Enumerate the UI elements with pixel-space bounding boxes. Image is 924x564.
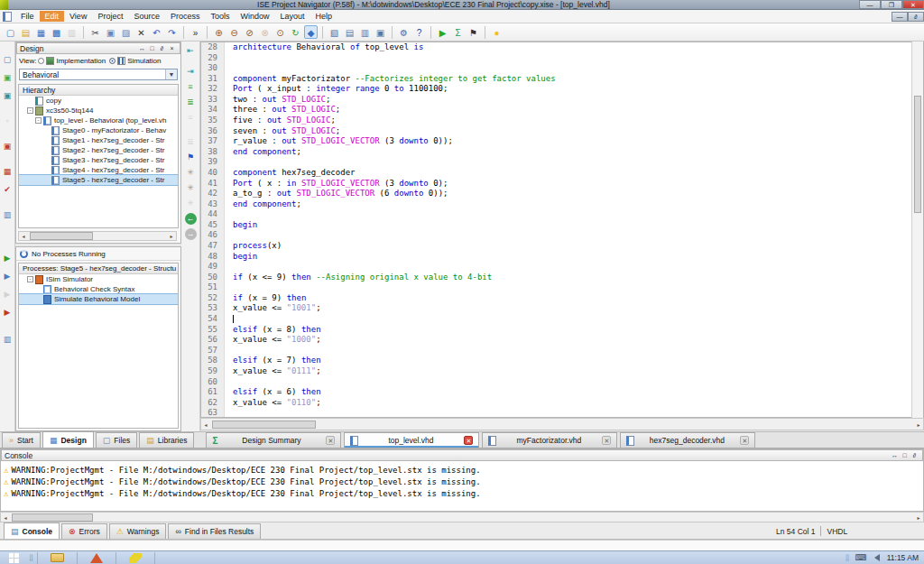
console-tab-find-in-files-results[interactable]: ∞Find in Files Results [168,523,261,539]
open-file-icon[interactable]: ▤ [19,25,32,39]
menu-item-file[interactable]: File [15,11,40,22]
zoom-previous-icon[interactable]: ⊙ [273,25,287,39]
tab-close-icon[interactable]: ✕ [464,436,473,445]
menu-item-process[interactable]: Process [165,11,206,22]
hierarchy-item-7[interactable]: Stage4 - hex7seg_decoder - Str [19,165,178,175]
hierarchy-item-1[interactable]: -xc3s50-5tq144 [19,106,178,116]
add-copy-of-source-icon[interactable]: ▣ [2,90,14,102]
add-source-icon[interactable]: ▣ [2,72,14,84]
restore-windows-icon[interactable]: ▣ [374,25,387,39]
panel-close-icon[interactable]: × [167,45,177,51]
hierarchy-item-4[interactable]: Stage1 - hex7seg_decoder - Str [19,135,178,145]
process-item-0[interactable]: -ISim Simulator [19,274,178,284]
console-hscrollbar[interactable]: ◂ ▸ [0,512,924,522]
tile-horizontally-icon[interactable]: ▤ [343,25,356,39]
matlab-icon[interactable] [90,553,103,563]
speaker-icon[interactable] [874,554,880,561]
menu-item-project[interactable]: Project [92,11,128,22]
lightbulb-icon[interactable]: ● [490,25,504,39]
collapse-icon[interactable]: - [27,107,33,114]
menu-item-edit[interactable]: Edit [40,11,65,22]
hierarchy-item-8[interactable]: Stage5 - hex7seg_decoder - Str [19,175,178,185]
save-icon[interactable]: ▦ [34,25,48,39]
tab-files[interactable]: ▢Files [96,432,137,448]
tab-design[interactable]: ▦Design [42,431,94,448]
implementation-radio[interactable] [38,58,44,64]
toggle-bookmark-icon[interactable]: ⚑ [185,152,197,163]
zoom-selection-icon[interactable]: ⊘ [243,25,256,39]
new-file-icon[interactable]: ▢ [4,25,17,39]
hierarchy-item-0[interactable]: copy [19,96,178,106]
scroll-left-icon[interactable]: ◂ [19,233,28,239]
collapse-icon[interactable]: - [35,117,42,124]
document-tab-design-summary[interactable]: ΣDesign Summary✕ [206,432,341,448]
find-next-wand-icon[interactable]: ✳ [185,182,197,194]
design-tree-hscroll-thumb[interactable] [30,232,93,240]
restore-button[interactable]: ❐ [881,0,902,9]
check-source-icon[interactable]: ✔ [2,184,14,196]
editor-vscrollbar[interactable] [911,42,923,418]
refresh-view-icon[interactable]: ↻ [289,25,302,39]
child-document-icon[interactable] [3,12,12,22]
code-editor[interactable]: 28architecture Behavioral of top_level i… [200,42,924,418]
menu-item-help[interactable]: Help [310,11,338,22]
console-tab-errors[interactable]: ⊗Errors [61,523,107,539]
panel-dock-icon[interactable]: □ [147,45,157,51]
console-tab-console[interactable]: ▤Console [4,522,60,539]
tab-start[interactable]: »Start [2,432,41,448]
design-properties-icon[interactable]: ▦ [2,166,14,178]
redo-icon[interactable]: ↷ [165,25,179,39]
document-tab-myfactorizator-vhd[interactable]: myFactorizator.vhd✕ [482,432,617,448]
new-source-icon[interactable]: ▢ [2,54,14,66]
tab-libraries[interactable]: ▤Libraries [139,432,194,448]
save-all-icon[interactable]: ▩ [50,25,63,39]
design-tree-hscrollbar[interactable]: ◂ ▸ [18,231,177,241]
start-button[interactable] [9,553,19,563]
remove-source-icon[interactable]: ▣ [2,141,14,153]
menu-item-source[interactable]: Source [128,11,165,22]
show-columns-icon[interactable]: ▥ [2,209,14,221]
simulation-radio[interactable] [109,58,116,64]
menu-item-view[interactable]: View [64,11,92,22]
scroll-right-icon[interactable]: ▸ [167,233,176,239]
process-columns-icon[interactable]: ▥ [2,334,14,346]
run-process-icon[interactable]: ▶ [2,253,14,264]
comment-lines-icon[interactable]: ≡ [185,81,197,93]
panel-pin-icon[interactable]: ∂ [157,45,167,51]
editor-scroll-left-icon[interactable]: ◂ [201,421,210,428]
pan-tool-icon[interactable]: ◆ [304,25,318,39]
child-restore-button[interactable]: ∂ [908,12,924,22]
console-pin-icon[interactable]: ∂ [910,452,919,458]
rerun-process-icon[interactable]: ▶ [2,271,14,282]
next-bookmark-icon[interactable]: ⇥ [185,66,197,78]
editor-hscrollbar[interactable]: ◂ ▸ [200,418,924,430]
delete-icon[interactable]: ✕ [134,25,148,39]
file-explorer-icon[interactable] [51,553,64,562]
zoom-out-icon[interactable]: ⊖ [227,25,241,39]
toolbar-overflow-chevron-icon[interactable]: » [189,25,202,39]
editor-hscroll-thumb[interactable] [212,421,316,429]
run-icon[interactable]: ▶ [436,25,449,39]
document-tab-top_level-vhd[interactable]: top_level.vhd✕ [344,432,479,448]
copy-icon[interactable]: ▣ [104,25,117,39]
console-scroll-right-icon[interactable]: ▸ [914,514,923,521]
console-dock-icon[interactable]: □ [900,452,910,458]
close-button[interactable]: ✕ [902,0,924,9]
console-scroll-left-icon[interactable]: ◂ [1,514,10,521]
console-log[interactable]: ⚠WARNING:ProjectMgmt - File M:/dotwindow… [1,461,923,511]
console-float-icon[interactable]: ↔ [890,452,900,458]
editor-scroll-right-icon[interactable]: ▸ [914,421,923,428]
panel-float-icon[interactable]: ↔ [137,45,147,51]
cascade-windows-icon[interactable]: ▧ [328,25,341,39]
tab-close-icon[interactable]: ✕ [602,436,611,445]
minimize-button[interactable]: — [859,0,881,9]
navigate-forward-icon[interactable]: → [185,228,197,240]
menu-item-layout[interactable]: Layout [274,11,310,22]
zoom-in-icon[interactable]: ⊕ [212,25,226,39]
collapse-icon[interactable]: - [27,276,33,282]
hierarchy-item-5[interactable]: Stage2 - hex7seg_decoder - Str [19,145,178,155]
hierarchy-item-6[interactable]: Stage3 - hex7seg_decoder - Str [19,155,178,165]
document-tab-hex7seg_decoder-vhd[interactable]: hex7seg_decoder.vhd✕ [620,432,755,448]
paste-icon[interactable]: ▨ [119,25,133,39]
tile-vertically-icon[interactable]: ▥ [358,25,372,39]
